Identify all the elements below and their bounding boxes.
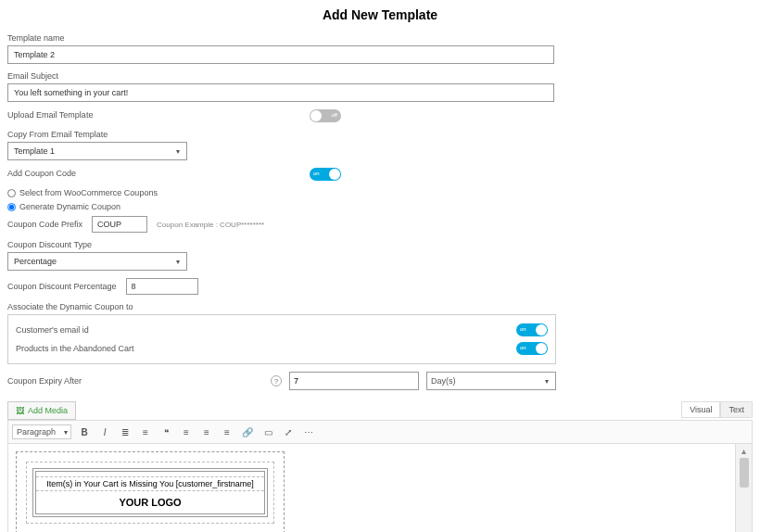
toggle-off-label: off — [331, 112, 337, 118]
input-discount-percentage[interactable] — [126, 278, 198, 295]
label-copy-from-template: Copy From Email Template — [7, 130, 753, 139]
toggle-knob-icon — [310, 110, 322, 121]
editor-tabs: Visual Text — [681, 401, 753, 418]
align-left-button[interactable]: ≡ — [179, 424, 194, 439]
label-add-coupon-code: Add Coupon Code — [7, 169, 76, 178]
toggle-add-coupon-code[interactable]: on — [310, 168, 341, 181]
field-discount-type: Coupon Discount Type Percentage ▾ — [7, 240, 753, 271]
link-button[interactable]: 🔗 — [240, 424, 255, 439]
field-discount-percentage: Coupon Discount Percentage — [7, 278, 753, 295]
label-radio-dynamic-coupon: Generate Dynamic Coupon — [19, 202, 120, 211]
tab-visual[interactable]: Visual — [681, 401, 720, 418]
numbered-list-button[interactable]: ≡ — [138, 424, 153, 439]
toggle-on-label: on — [520, 345, 526, 350]
row-customer-email-id: Customer's email id on — [16, 321, 548, 339]
field-copy-from-template: Copy From Email Template Template 1 ▾ — [7, 130, 753, 160]
editor-toolbar: Paragraph ▾ B I ≣ ≡ ❝ ≡ ≡ ≡ 🔗 ▭ ⤢ ⋯ — [7, 420, 753, 444]
field-associate-coupon: Associate the Dynamic Coupon to Customer… — [7, 302, 753, 364]
editor-scrollbar[interactable]: ▴ ▾ — [735, 444, 752, 532]
label-email-subject: Email Subject — [7, 71, 753, 81]
helper-coupon-example: Coupon Example : COUP******** — [157, 221, 264, 229]
toggle-products-in-cart[interactable]: on — [516, 342, 548, 355]
label-discount-percentage: Coupon Discount Percentage — [7, 282, 117, 291]
label-upload-email-template: Upload Email Template — [7, 110, 93, 120]
label-discount-type: Coupon Discount Type — [7, 240, 753, 249]
label-customer-email-id: Customer's email id — [16, 325, 89, 335]
radio-row-woo-coupons: Select from WooCommerce Coupons — [7, 188, 753, 197]
radio-dynamic-coupon[interactable] — [7, 203, 16, 211]
row-products-in-cart: Products in the Abandoned Cart on — [16, 339, 548, 358]
editor-canvas[interactable]: Item(s) in Your Cart is Missing You [cus… — [8, 444, 735, 532]
help-icon[interactable]: ? — [271, 375, 282, 386]
select-copy-from-template[interactable]: Template 1 — [7, 142, 187, 160]
scroll-thumb[interactable] — [740, 458, 749, 488]
fullscreen-button[interactable]: ⤢ — [281, 424, 296, 439]
toggle-upload-email-template[interactable]: off — [310, 109, 341, 122]
toggle-knob-icon — [536, 324, 547, 336]
field-add-coupon-code: Add Coupon Code on — [7, 168, 341, 181]
bullet-list-button[interactable]: ≣ — [118, 424, 133, 439]
page-title: Add New Template — [7, 7, 753, 22]
toggle-on-label: on — [313, 171, 320, 176]
radio-woo-coupons[interactable] — [7, 189, 16, 197]
scroll-up-icon[interactable]: ▴ — [741, 446, 746, 456]
insert-more-button[interactable]: ▭ — [260, 424, 275, 439]
input-email-subject[interactable] — [7, 83, 554, 102]
field-coupon-prefix: Coupon Code Prefix Coupon Example : COUP… — [7, 216, 753, 233]
editor-area: Item(s) in Your Cart is Missing You [cus… — [7, 444, 753, 532]
email-template-preview: Item(s) in Your Cart is Missing You [cus… — [16, 451, 285, 532]
input-coupon-expiry-value[interactable] — [289, 372, 419, 390]
italic-button[interactable]: I — [97, 424, 112, 439]
label-associate-coupon: Associate the Dynamic Coupon to — [7, 302, 753, 311]
toolbar-toggle-button[interactable]: ⋯ — [301, 424, 316, 439]
add-media-button[interactable]: 🖼 Add Media — [7, 401, 76, 420]
editor-section: 🖼 Add Media Visual Text Paragraph ▾ B I … — [7, 401, 753, 532]
select-coupon-expiry-unit[interactable]: Day(s) — [426, 372, 556, 390]
field-email-subject: Email Subject — [7, 71, 753, 102]
align-right-button[interactable]: ≡ — [220, 424, 234, 439]
select-discount-type[interactable]: Percentage — [7, 252, 187, 271]
field-coupon-expiry: Coupon Expiry After ? Day(s) ▾ — [7, 372, 556, 390]
field-template-name: Template name — [7, 33, 753, 64]
toggle-knob-icon — [329, 169, 340, 180]
toggle-knob-icon — [536, 343, 547, 354]
bold-button[interactable]: B — [77, 424, 92, 439]
radio-row-dynamic-coupon: Generate Dynamic Coupon — [7, 202, 753, 211]
label-template-name: Template name — [7, 33, 753, 43]
input-coupon-prefix[interactable] — [92, 216, 147, 233]
media-icon: 🖼 — [16, 406, 24, 415]
associate-coupon-box: Customer's email id on Products in the A… — [7, 314, 556, 364]
label-radio-woo-coupons: Select from WooCommerce Coupons — [19, 188, 158, 197]
tab-text[interactable]: Text — [720, 401, 753, 418]
label-coupon-prefix: Coupon Code Prefix — [7, 220, 82, 229]
preview-line-subject: Item(s) in Your Cart is Missing You [cus… — [36, 477, 264, 491]
add-media-label: Add Media — [28, 406, 68, 415]
toggle-on-label: on — [520, 326, 526, 332]
preview-line-logo: YOUR LOGO — [36, 491, 264, 513]
label-coupon-expiry: Coupon Expiry After — [7, 376, 82, 386]
toggle-customer-email-id[interactable]: on — [516, 323, 548, 336]
label-products-in-cart: Products in the Abandoned Cart — [16, 344, 134, 353]
blockquote-button[interactable]: ❝ — [158, 424, 173, 439]
field-upload-email-template: Upload Email Template off — [7, 109, 341, 122]
input-template-name[interactable] — [7, 45, 554, 64]
select-paragraph-format[interactable]: Paragraph — [12, 424, 71, 439]
align-center-button[interactable]: ≡ — [199, 424, 214, 439]
